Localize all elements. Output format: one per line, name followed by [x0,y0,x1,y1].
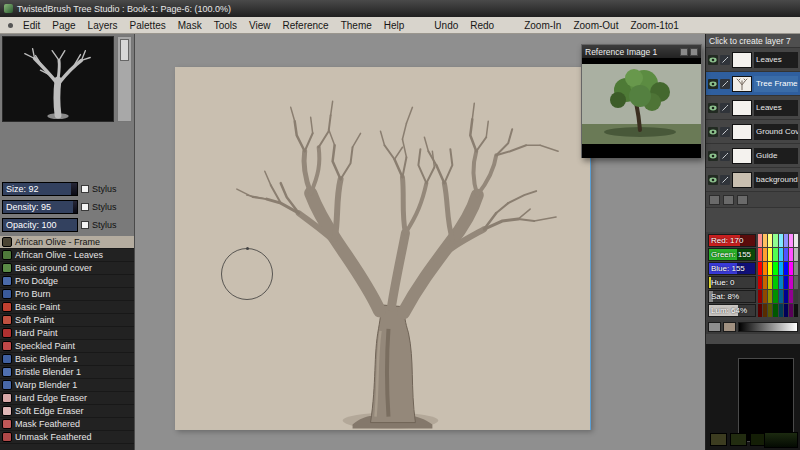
palette-swatch[interactable] [779,262,783,275]
brush-item[interactable]: Warp Blender 1 [0,379,134,392]
layer-eye-icon[interactable] [708,175,718,185]
brush-item[interactable]: Pro Burn [0,288,134,301]
palette-swatch[interactable] [784,290,788,303]
secondary-swatch[interactable] [730,433,747,446]
preview-zoom-handle[interactable] [120,39,129,61]
menu-zoom-1to1[interactable]: Zoom-1to1 [624,20,684,31]
palette-swatch[interactable] [789,248,793,261]
menu-mask[interactable]: Mask [172,20,208,31]
palette-swatch[interactable] [794,290,798,303]
palette-swatch[interactable] [794,234,798,247]
palette-swatch[interactable] [773,248,777,261]
layer-add-button[interactable] [709,195,720,205]
menu-palettes[interactable]: Palettes [124,20,172,31]
corner-color-swatch[interactable] [764,432,798,448]
palette-swatch[interactable] [779,234,783,247]
title-bar[interactable]: TwistedBrush Tree Studio : Book-1: Page-… [0,0,800,17]
brush-item[interactable]: Basic ground cover [0,262,134,275]
layer-eye-icon[interactable] [708,103,718,113]
layer-row-guide[interactable]: Guide [706,144,800,168]
menu-theme[interactable]: Theme [335,20,378,31]
param-slider[interactable]: Size: 92 [2,182,78,196]
palette-swatch[interactable] [784,276,788,289]
menu-reference[interactable]: Reference [277,20,335,31]
palette-swatch[interactable] [789,290,793,303]
palette-swatch[interactable] [758,248,762,261]
reference-close-button[interactable] [690,48,698,56]
palette-swatch[interactable] [779,290,783,303]
color-slider-0[interactable]: Red: 170 [708,234,756,247]
layer-row-leaves[interactable]: Leaves [706,48,800,72]
palette-swatch[interactable] [773,290,777,303]
palette-swatch[interactable] [794,248,798,261]
palette-swatch[interactable] [794,276,798,289]
palette-swatch[interactable] [773,234,777,247]
layer-thumbnail[interactable] [732,148,752,164]
menu-zoom-out[interactable]: Zoom-Out [567,20,624,31]
palette-swatch[interactable] [779,248,783,261]
layer-brush-icon[interactable] [720,127,730,137]
palette-swatch[interactable] [758,262,762,275]
stylus-checkbox[interactable] [81,221,89,229]
palette-swatch[interactable] [768,262,772,275]
layer-eye-icon[interactable] [708,79,718,89]
layer-eye-icon[interactable] [708,127,718,137]
color-slider-3[interactable]: Hue: 0 [708,276,756,289]
palette-swatch[interactable] [768,276,772,289]
palette-swatch[interactable] [758,290,762,303]
color-slider-5[interactable]: Lum: 64% [708,304,756,317]
palette-swatch[interactable] [789,304,793,317]
preview-zoom-slider[interactable] [117,36,132,122]
layer-brush-icon[interactable] [720,103,730,113]
reference-panel-titlebar[interactable]: Reference Image 1 [582,45,701,58]
brush-item[interactable]: Speckled Paint [0,340,134,353]
layer-row-ground-cover[interactable]: Ground Cover [706,120,800,144]
palette-swatch[interactable] [768,234,772,247]
palette-swatch[interactable] [763,290,767,303]
param-slider[interactable]: Opacity: 100 [2,218,78,232]
menu-tools[interactable]: Tools [208,20,243,31]
brush-item[interactable]: Hard Edge Eraser [0,392,134,405]
layer-thumbnail[interactable] [732,76,752,92]
menu-zoom-in[interactable]: Zoom-In [518,20,567,31]
layer-eye-icon[interactable] [708,55,718,65]
palette-swatch[interactable] [763,304,767,317]
palette-swatch[interactable] [758,276,762,289]
gradient-swatch-2[interactable] [723,322,736,332]
brush-item[interactable]: Soft Paint [0,314,134,327]
brush-item[interactable]: Hard Paint [0,327,134,340]
palette-swatch[interactable] [789,262,793,275]
layer-brush-icon[interactable] [720,151,730,161]
palette-swatch[interactable] [763,248,767,261]
palette-swatch[interactable] [784,304,788,317]
brush-item[interactable]: Basic Paint [0,301,134,314]
gradient-swatch-1[interactable] [708,322,721,332]
brush-item[interactable]: African Olive - Leaves [0,249,134,262]
palette-swatch[interactable] [768,248,772,261]
menu-redo[interactable]: Redo [464,20,500,31]
canvas[interactable] [175,67,591,430]
layer-brush-icon[interactable] [720,175,730,185]
layer-brush-icon[interactable] [720,55,730,65]
layer-row-leaves[interactable]: Leaves [706,96,800,120]
brush-item[interactable]: Mask Feathered [0,418,134,431]
menu-help[interactable]: Help [378,20,411,31]
palette-swatch[interactable] [763,234,767,247]
palette-swatch[interactable] [794,262,798,275]
palette-swatch[interactable] [794,304,798,317]
palette-swatch[interactable] [758,304,762,317]
palette-swatch[interactable] [773,304,777,317]
create-layer-hint[interactable]: Click to create layer 7 [706,34,800,48]
stylus-checkbox[interactable] [81,203,89,211]
page-preview-thumbnail[interactable] [2,36,114,122]
palette-swatch[interactable] [758,234,762,247]
palette-swatch[interactable] [784,234,788,247]
palette-swatch[interactable] [768,304,772,317]
brush-item[interactable]: Unmask Feathered [0,431,134,444]
layer-row-background[interactable]: background [706,168,800,192]
brush-item[interactable]: African Olive - Frame [0,236,134,249]
stylus-checkbox[interactable] [81,185,89,193]
palette-swatch[interactable] [768,290,772,303]
palette-swatch[interactable] [779,276,783,289]
param-slider[interactable]: Density: 95 [2,200,78,214]
